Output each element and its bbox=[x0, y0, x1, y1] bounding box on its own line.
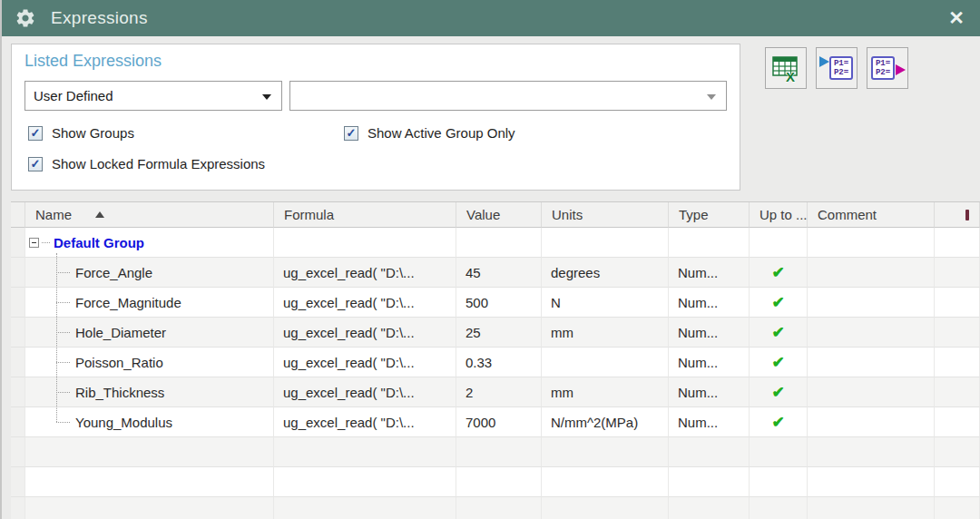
cell-units[interactable]: degrees bbox=[542, 258, 669, 288]
edit-in-spreadsheet-button[interactable]: X bbox=[765, 47, 807, 89]
cell-value[interactable] bbox=[456, 228, 542, 258]
cell-formula[interactable] bbox=[274, 497, 456, 519]
column-header-comment[interactable]: Comment bbox=[808, 202, 935, 228]
show-active-group-only-checkbox[interactable]: ✓ Show Active Group Only bbox=[344, 125, 515, 141]
table-row[interactable]: Rib_Thicknessug_excel_read( "D:\...2mmNu… bbox=[11, 377, 980, 407]
cell-units[interactable] bbox=[542, 437, 669, 467]
show-locked-formula-expressions-label: Show Locked Formula Expressions bbox=[52, 156, 265, 171]
cell-formula[interactable]: ug_excel_read( "D:\... bbox=[274, 407, 456, 437]
cell-value[interactable]: 45 bbox=[456, 258, 542, 288]
cell-value[interactable] bbox=[456, 437, 542, 467]
cell-formula[interactable]: ug_excel_read( "D:\... bbox=[274, 288, 456, 318]
cell-name[interactable] bbox=[25, 437, 274, 467]
cell-comment[interactable] bbox=[808, 497, 935, 519]
cell-type[interactable]: Num... bbox=[669, 318, 750, 348]
tree-connector bbox=[56, 422, 70, 423]
cell-value[interactable]: 500 bbox=[456, 288, 542, 318]
cell-units[interactable] bbox=[542, 348, 669, 377]
cell-comment[interactable] bbox=[808, 288, 935, 318]
cell-up-to-date: ✔ bbox=[750, 318, 808, 348]
cell-type[interactable]: Num... bbox=[669, 288, 750, 318]
table-row[interactable]: Poisson_Ratioug_excel_read( "D:\...0.33N… bbox=[11, 348, 980, 377]
cell-comment[interactable] bbox=[808, 407, 935, 437]
table-row[interactable]: Force_Angleug_excel_read( "D:\...45degre… bbox=[11, 258, 980, 288]
cell-units[interactable]: N/mm^2(MPa) bbox=[542, 407, 669, 437]
cell-value[interactable]: 0.33 bbox=[456, 348, 542, 377]
column-header-up-to-date[interactable]: Up to ... bbox=[750, 202, 808, 228]
row-gutter bbox=[11, 228, 25, 258]
table-row[interactable] bbox=[11, 467, 980, 497]
cell-units[interactable]: mm bbox=[542, 318, 669, 348]
expression-filter-value: User Defined bbox=[34, 88, 113, 103]
cell-formula[interactable]: ug_excel_read( "D:\... bbox=[274, 258, 456, 288]
cell-comment[interactable] bbox=[808, 437, 935, 467]
show-locked-formula-expressions-checkbox[interactable]: ✓ Show Locked Formula Expressions bbox=[28, 156, 265, 171]
cell-type[interactable] bbox=[669, 497, 750, 519]
cell-comment[interactable] bbox=[808, 348, 935, 377]
column-header-units[interactable]: Units bbox=[542, 202, 669, 228]
cell-formula[interactable] bbox=[274, 467, 456, 497]
table-row[interactable] bbox=[11, 437, 980, 467]
cell-formula[interactable]: ug_excel_read( "D:\... bbox=[274, 348, 456, 377]
cell-type[interactable] bbox=[669, 228, 750, 258]
cell-value[interactable] bbox=[456, 467, 542, 497]
expression-filter-dropdown[interactable]: User Defined bbox=[24, 81, 282, 111]
cell-type[interactable] bbox=[669, 467, 750, 497]
group-row[interactable]: Default Group bbox=[11, 228, 980, 258]
column-header-formula[interactable]: Formula bbox=[274, 202, 456, 228]
cell-type[interactable]: Num... bbox=[669, 407, 750, 437]
close-icon[interactable]: ✕ bbox=[944, 6, 969, 30]
cell-type[interactable] bbox=[669, 437, 750, 467]
cell-name[interactable]: Force_Angle bbox=[25, 258, 274, 288]
cell-name[interactable]: Rib_Thickness bbox=[25, 377, 274, 407]
expression-name-label: Force_Angle bbox=[75, 265, 152, 280]
cell-value[interactable]: 7000 bbox=[456, 407, 542, 437]
export-expressions-button[interactable]: P1= P2= bbox=[867, 47, 908, 89]
expression-name-label: Young_Modulus bbox=[75, 415, 172, 430]
cell-comment[interactable] bbox=[808, 318, 935, 348]
import-expressions-icon: P1= P2= bbox=[820, 53, 853, 83]
cell-up-to-date: ✔ bbox=[750, 348, 808, 377]
cell-value[interactable] bbox=[456, 497, 542, 519]
cell-formula[interactable] bbox=[274, 437, 456, 467]
column-header-name[interactable]: Name bbox=[25, 202, 274, 228]
cell-units[interactable] bbox=[542, 467, 669, 497]
cell-type[interactable]: Num... bbox=[669, 258, 750, 288]
cell-name[interactable]: Force_Magnitude bbox=[25, 288, 274, 318]
cell-comment[interactable] bbox=[808, 467, 935, 497]
cell-units[interactable]: N bbox=[542, 288, 669, 318]
cell-units[interactable] bbox=[542, 497, 669, 519]
cell-name[interactable]: Young_Modulus bbox=[25, 407, 274, 437]
cell-name[interactable] bbox=[25, 497, 274, 519]
cell-units[interactable]: mm bbox=[542, 377, 669, 407]
column-header-value[interactable]: Value bbox=[456, 202, 542, 228]
table-row[interactable]: Hole_Diameterug_excel_read( "D:\...25mmN… bbox=[11, 318, 980, 348]
import-expressions-button[interactable]: P1= P2= bbox=[816, 47, 858, 89]
cell-partial bbox=[935, 318, 980, 348]
table-row[interactable] bbox=[11, 497, 980, 519]
cell-comment[interactable] bbox=[808, 377, 935, 407]
cell-value[interactable]: 25 bbox=[456, 318, 542, 348]
show-groups-checkbox[interactable]: ✓ Show Groups bbox=[28, 125, 134, 141]
collapse-minus-icon[interactable] bbox=[29, 238, 39, 248]
table-row[interactable]: Young_Modulusug_excel_read( "D:\...7000N… bbox=[11, 407, 980, 437]
table-row[interactable]: Force_Magnitudeug_excel_read( "D:\...500… bbox=[11, 288, 980, 318]
column-header-partial[interactable] bbox=[935, 202, 980, 228]
cell-comment[interactable] bbox=[808, 258, 935, 288]
cell-name[interactable]: Hole_Diameter bbox=[25, 318, 274, 348]
cell-formula[interactable]: ug_excel_read( "D:\... bbox=[274, 318, 456, 348]
cell-units[interactable] bbox=[542, 228, 669, 258]
cell-formula[interactable]: ug_excel_read( "D:\... bbox=[274, 377, 456, 407]
cell-name[interactable]: Poisson_Ratio bbox=[25, 348, 274, 377]
column-header-type[interactable]: Type bbox=[669, 202, 750, 228]
cell-type[interactable]: Num... bbox=[669, 348, 750, 377]
cell-value[interactable]: 2 bbox=[456, 377, 542, 407]
cell-group-name[interactable]: Default Group bbox=[25, 228, 274, 258]
tree-connector bbox=[42, 242, 50, 243]
cell-formula[interactable] bbox=[274, 228, 456, 258]
up-to-date-check-icon: ✔ bbox=[771, 323, 784, 342]
cell-type[interactable]: Num... bbox=[669, 377, 750, 407]
cell-comment[interactable] bbox=[808, 228, 935, 258]
cell-name[interactable] bbox=[25, 467, 274, 497]
expression-search-dropdown[interactable] bbox=[289, 81, 727, 111]
